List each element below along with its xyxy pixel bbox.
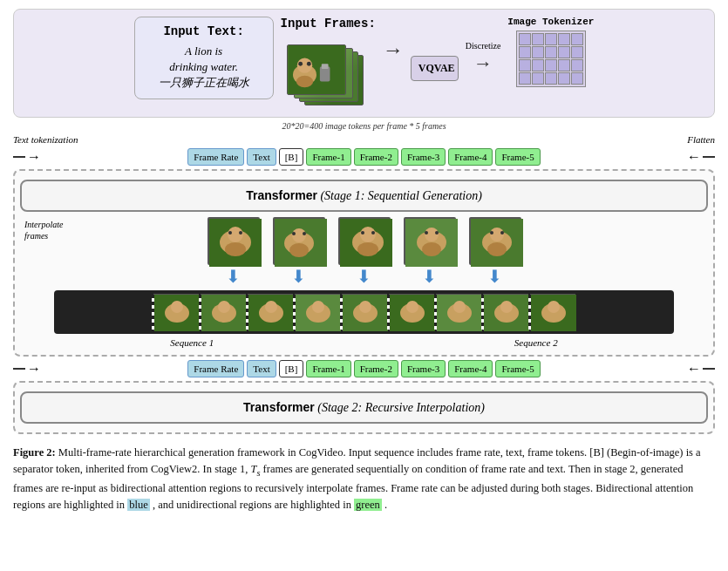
svg-point-76 (500, 301, 513, 313)
token-cell (519, 72, 531, 85)
interpolate-label: Interpolateframes (24, 219, 63, 241)
token-text-2: Text (247, 360, 276, 377)
transformer-label-2: Transformer (243, 400, 315, 414)
sequence1-label: Sequence 1 (170, 337, 214, 348)
svg-point-64 (312, 301, 324, 313)
caption-title: Figure 2: (13, 446, 56, 459)
svg-point-58 (218, 301, 230, 313)
tokenizer-grid (516, 31, 586, 87)
stage1-section: Transformer (Stage 1: Sequential Generat… (13, 169, 715, 357)
film-frame-8 (483, 294, 528, 330)
transformer-box-1: Transformer (Stage 1: Sequential Generat… (20, 180, 708, 212)
token-frame2-2: Frame-2 (354, 360, 398, 377)
discretize-label: Discretize (466, 41, 501, 51)
down-arrow-1: ⬇ (226, 268, 241, 285)
film-frame-2 (201, 294, 246, 330)
token-frame-rate-1: Frame Rate (187, 148, 244, 166)
film-frame-9 (530, 294, 575, 330)
token-cell (571, 46, 583, 58)
svg-point-70 (406, 301, 418, 313)
frames-stack (287, 44, 370, 110)
token-cell (571, 72, 583, 85)
svg-point-33 (292, 232, 296, 235)
figure-caption: Figure 2: Multi-frame-rate hierarchical … (13, 445, 715, 514)
svg-point-37 (360, 227, 376, 242)
down-arrow-4: ⬇ (422, 268, 437, 285)
token-frame3-2: Frame-3 (401, 360, 446, 377)
discretize-arrow-icon: → (473, 52, 493, 75)
flatten-label: Flatten (687, 134, 715, 145)
top-visual-section: Input Text: A lion is drinking water. 一只… (13, 9, 715, 118)
svg-point-38 (357, 242, 378, 256)
left-line-1 (13, 156, 25, 158)
token-frame5-2: Frame-5 (495, 360, 540, 377)
token-cell (545, 33, 557, 45)
sequence2-label: Sequence 2 (514, 337, 558, 348)
svg-point-32 (289, 243, 309, 257)
input-text-title: Input Text: (146, 24, 262, 38)
generated-frames-container: Interpolateframes ⬇ ⬇ (20, 217, 708, 285)
token-cell (532, 59, 544, 71)
diagram-container: Input Text: A lion is drinking water. 一只… (13, 9, 715, 514)
down-arrow-2: ⬇ (291, 268, 306, 285)
svg-point-49 (490, 228, 504, 241)
vqvae-section: VQVAE (411, 38, 459, 81)
token-text-1: Text (247, 148, 276, 166)
token-bracket-1: [B] (279, 148, 304, 166)
svg-point-52 (500, 231, 504, 235)
film-frame-3 (248, 294, 293, 330)
gen-frame-1 (208, 217, 260, 265)
stage2-section: Transformer (Stage 2: Recursive Interpol… (13, 381, 715, 434)
input-frames-title: Input Frames: (281, 17, 376, 31)
token-cell (532, 72, 544, 85)
gen-frame-col-1: ⬇ (208, 217, 260, 285)
svg-point-67 (359, 301, 371, 313)
gen-frame-col-2: ⬇ (273, 217, 325, 285)
svg-point-44 (422, 242, 441, 256)
svg-point-20 (307, 62, 311, 66)
token-sequence-1: Frame Rate Text [B] Frame-1 Frame-2 Fram… (43, 148, 685, 166)
gen-frame-5 (469, 217, 521, 265)
transformer-label-1: Transformer (246, 188, 317, 202)
token-cell (571, 33, 583, 45)
input-text-box: Input Text: A lion is drinking water. 一只… (134, 17, 274, 99)
left-arrow-1: ← (687, 149, 701, 165)
token-frame2-1: Frame-2 (354, 148, 398, 166)
token-cell (519, 59, 531, 71)
blue-highlight: blue (127, 499, 150, 511)
stage2-label: (Stage 2: Recursive Interpolation) (317, 401, 485, 414)
input-frames-section: Input Frames: (281, 17, 376, 110)
token-frame1-2: Frame-1 (306, 360, 350, 377)
caption-text-4: . (382, 499, 387, 511)
token-cell (545, 72, 557, 85)
gen-frame-4 (404, 217, 456, 265)
token-cell (571, 59, 583, 71)
token-cell (532, 46, 544, 58)
vqvae-arrow: → (383, 38, 404, 62)
gen-frame-col-3: ⬇ (338, 217, 391, 285)
token-frame5-1: Frame-5 (495, 148, 540, 166)
token-cell (558, 33, 570, 45)
input-text-content: A lion is drinking water. 一只狮子正在喝水 (146, 44, 262, 92)
token-cell (532, 33, 544, 45)
right-line-2 (703, 368, 715, 370)
svg-point-40 (371, 231, 375, 235)
text-tokenization-label: Text tokenization (13, 134, 78, 145)
discretize-section: Discretize → (466, 41, 501, 75)
token-row-1: → Frame Rate Text [B] Frame-1 Frame-2 Fr… (13, 148, 715, 166)
film-frame-4 (295, 294, 340, 330)
svg-point-27 (228, 231, 232, 235)
token-frame4-2: Frame-4 (448, 360, 493, 377)
svg-point-25 (228, 227, 243, 242)
token-cell (558, 72, 570, 85)
svg-rect-22 (321, 64, 328, 69)
svg-point-55 (171, 301, 183, 313)
svg-point-79 (548, 301, 560, 313)
sequence-labels: Sequence 1 Sequence 2 (20, 337, 708, 348)
svg-point-51 (490, 231, 493, 235)
film-frame-5 (342, 294, 387, 330)
down-arrow-5: ⬇ (487, 268, 502, 285)
gen-frame-col-5: ⬇ (469, 217, 521, 285)
gen-frame-2 (273, 217, 325, 265)
image-tokenizer-label: Image Tokenizer (507, 17, 594, 27)
